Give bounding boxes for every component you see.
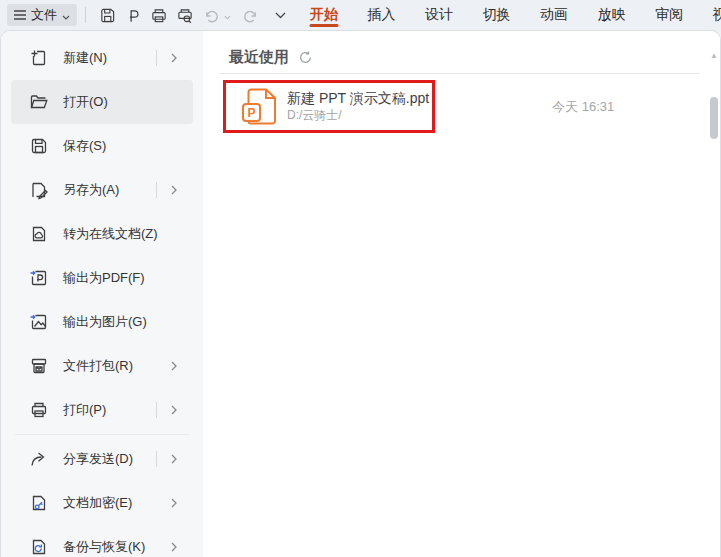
sidebar-item-encrypt[interactable]: 文档加密(E) — [11, 481, 193, 525]
tab-animation[interactable]: 动画 — [540, 0, 568, 30]
export-pdf-icon — [29, 268, 49, 288]
more-chevron-icon[interactable] — [267, 3, 293, 27]
printer-icon — [29, 400, 49, 420]
save-icon[interactable] — [94, 3, 120, 27]
chevron-right-icon[interactable] — [167, 496, 181, 510]
title-bar: 文件 — [0, 0, 721, 30]
sidebar-item-label: 文件打包(R) — [63, 357, 133, 375]
file-timestamp: 今天 16:31 — [552, 98, 614, 116]
sidebar-item-label: 文档加密(E) — [63, 494, 132, 512]
file-menu-button[interactable]: 文件 — [7, 4, 77, 26]
backup-icon — [29, 537, 49, 557]
cloud-document-icon — [29, 224, 49, 244]
sidebar-item-label: 分享发送(D) — [63, 450, 133, 468]
ribbon-tabs: 开始 插入 设计 切换 动画 放映 审阅 视图 — [310, 0, 721, 30]
file-menu-panel: 新建(N) 打开(O) 保存(S) — [0, 30, 721, 557]
print-preview-icon[interactable] — [172, 3, 198, 27]
scrollbar[interactable]: ▲ — [709, 49, 719, 557]
chevron-right-icon[interactable] — [167, 359, 181, 373]
open-folder-icon — [29, 92, 49, 112]
print-icon[interactable] — [146, 3, 172, 27]
tab-review[interactable]: 审阅 — [655, 0, 683, 30]
recent-files-panel: 最近使用 P 新建 PPT 演示文稿.ppt — [203, 31, 720, 557]
sidebar-item-label: 输出为PDF(F) — [63, 269, 145, 287]
new-document-icon — [29, 48, 49, 68]
toolbar-separator — [85, 7, 86, 23]
ppt-file-icon: P — [244, 88, 277, 125]
tab-insert[interactable]: 插入 — [368, 0, 396, 30]
sidebar-item-open[interactable]: 打开(O) — [11, 80, 193, 124]
file-menu-sidebar: 新建(N) 打开(O) 保存(S) — [1, 31, 203, 557]
undo-dropdown-icon[interactable] — [224, 6, 231, 24]
sidebar-item-file-package[interactable]: 文件打包(R) — [11, 344, 193, 388]
undo-group — [198, 3, 231, 27]
tab-view[interactable]: 视图 — [713, 0, 721, 30]
tab-slideshow[interactable]: 放映 — [598, 0, 626, 30]
tab-design[interactable]: 设计 — [425, 0, 453, 30]
hamburger-icon — [14, 8, 26, 23]
chevron-right-icon[interactable] — [167, 183, 181, 197]
sidebar-item-label: 打印(P) — [63, 401, 106, 419]
ppt-badge-letter: P — [242, 103, 261, 122]
sidebar-item-save[interactable]: 保存(S) — [11, 124, 193, 168]
sidebar-item-export-pdf[interactable]: 输出为PDF(F) — [11, 256, 193, 300]
undo-icon[interactable] — [198, 3, 224, 27]
recent-file-row: P 新建 PPT 演示文稿.ppt D:/云骑士/ 今天 16:31 — [219, 80, 720, 133]
sidebar-item-save-as[interactable]: 另存为(A) — [11, 168, 193, 212]
share-icon — [29, 449, 49, 469]
sidebar-item-label: 保存(S) — [63, 137, 106, 155]
chevron-right-icon[interactable] — [167, 403, 181, 417]
recent-files-title: 最近使用 — [229, 48, 289, 67]
tab-home[interactable]: 开始 — [310, 0, 338, 30]
sidebar-item-label: 新建(N) — [63, 49, 107, 67]
refresh-icon[interactable] — [298, 50, 314, 66]
tab-transition[interactable]: 切换 — [483, 0, 511, 30]
sidebar-item-new[interactable]: 新建(N) — [11, 36, 193, 80]
split-divider — [156, 182, 157, 198]
export-pdf-icon[interactable] — [120, 3, 146, 27]
export-image-icon — [29, 312, 49, 332]
sidebar-item-label: 另存为(A) — [63, 181, 119, 199]
scrollbar-thumb[interactable] — [710, 97, 718, 139]
file-package-icon — [29, 356, 49, 376]
recent-header-row: 最近使用 — [229, 47, 720, 68]
save-as-icon — [29, 180, 49, 200]
sidebar-item-label: 输出为图片(G) — [63, 313, 147, 331]
scrollbar-up-icon[interactable]: ▲ — [709, 49, 719, 63]
encrypt-icon — [29, 493, 49, 513]
recent-file-item[interactable]: P 新建 PPT 演示文稿.ppt D:/云骑士/ — [223, 80, 435, 133]
file-text-block: 新建 PPT 演示文稿.ppt D:/云骑士/ — [287, 89, 429, 124]
chevron-down-icon — [62, 8, 70, 23]
chevron-right-icon[interactable] — [167, 452, 181, 466]
split-divider — [156, 402, 157, 418]
sidebar-item-label: 打开(O) — [63, 93, 108, 111]
split-divider — [156, 451, 157, 467]
sidebar-item-share[interactable]: 分享发送(D) — [11, 437, 193, 481]
sidebar-item-export-image[interactable]: 输出为图片(G) — [11, 300, 193, 344]
sidebar-item-label: 备份与恢复(K) — [63, 538, 145, 556]
sidebar-item-print[interactable]: 打印(P) — [11, 388, 193, 432]
save-icon — [29, 136, 49, 156]
sidebar-divider — [15, 434, 189, 435]
sidebar-item-label: 转为在线文档(Z) — [63, 225, 158, 243]
split-divider — [156, 50, 157, 66]
header-divider — [219, 73, 700, 74]
sidebar-item-convert-online[interactable]: 转为在线文档(Z) — [11, 212, 193, 256]
file-menu-label: 文件 — [31, 6, 57, 24]
sidebar-item-backup[interactable]: 备份与恢复(K) — [11, 525, 193, 557]
file-title: 新建 PPT 演示文稿.ppt — [287, 89, 429, 107]
chevron-right-icon[interactable] — [167, 51, 181, 65]
redo-icon[interactable] — [237, 3, 263, 27]
chevron-right-icon[interactable] — [167, 540, 181, 554]
file-path: D:/云骑士/ — [287, 107, 429, 124]
